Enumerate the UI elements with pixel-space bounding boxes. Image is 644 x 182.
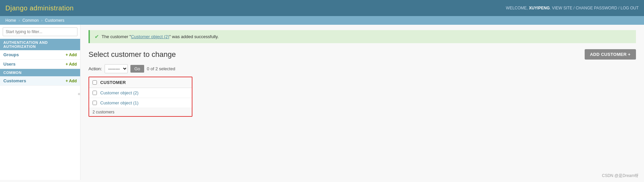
breadcrumb: Home › Common › Customers xyxy=(0,16,644,25)
users-add-link[interactable]: + Add xyxy=(66,62,77,67)
table-row: Customer object (1) xyxy=(89,98,192,108)
table-row: Customer object (2) xyxy=(89,88,192,98)
table-header: CUSTOMER xyxy=(89,77,192,88)
selected-count: 0 of 2 selected xyxy=(147,66,175,71)
sidebar-item-groups[interactable]: Groups + Add xyxy=(0,50,80,60)
sidebar: AUTHENTICATION AND AUTHORIZATION Groups … xyxy=(0,25,80,180)
groups-add-link[interactable]: + Add xyxy=(66,53,77,57)
breadcrumb-current: Customers xyxy=(45,18,64,23)
sep1: / xyxy=(572,6,576,10)
customer-table: CUSTOMER Customer object (2) Customer ob… xyxy=(89,77,192,117)
customer-object-1-link[interactable]: Customer object (1) xyxy=(100,100,138,105)
page-title-row: Select customer to change ADD CUSTOMER + xyxy=(89,49,636,60)
row-checkbox-2[interactable] xyxy=(93,91,97,95)
customers-add-link[interactable]: + Add xyxy=(66,79,77,83)
column-header: CUSTOMER xyxy=(100,80,126,85)
main-content: ✔ The customer "Customer object (2)" was… xyxy=(80,25,644,180)
breadcrumb-home[interactable]: Home xyxy=(5,18,16,23)
check-icon: ✔ xyxy=(95,33,99,40)
select-all-checkbox[interactable] xyxy=(93,80,97,85)
welcome-prefix: WELCOME, xyxy=(506,6,529,10)
go-button[interactable]: Go xyxy=(130,65,144,73)
add-customer-button[interactable]: ADD CUSTOMER + xyxy=(585,49,636,60)
action-label: Action: xyxy=(89,66,102,71)
sidebar-item-customers[interactable]: Customers + Add xyxy=(0,76,80,86)
filter-input[interactable] xyxy=(3,27,77,36)
sep2: / xyxy=(617,6,621,10)
auth-section-title: AUTHENTICATION AND AUTHORIZATION xyxy=(0,39,80,50)
success-object-link[interactable]: Customer object (2) xyxy=(131,34,169,39)
sidebar-item-users[interactable]: Users + Add xyxy=(0,60,80,69)
view-site-link[interactable]: VIEW SITE xyxy=(552,6,572,10)
customer-object-2-link[interactable]: Customer object (2) xyxy=(100,90,138,95)
common-section-title: COMMON xyxy=(0,69,80,76)
success-text: The customer "Customer object (2)" was a… xyxy=(102,34,219,39)
success-message: ✔ The customer "Customer object (2)" was… xyxy=(89,30,636,43)
brand-title: Django administration xyxy=(5,4,74,12)
action-select[interactable]: -------- xyxy=(105,64,128,73)
action-bar: Action: -------- Go 0 of 2 selected xyxy=(89,64,636,73)
customers-link[interactable]: Customers xyxy=(3,78,26,83)
username: XUYIPENG xyxy=(529,6,550,10)
users-link[interactable]: Users xyxy=(3,62,15,67)
log-out-link[interactable]: LOG OUT xyxy=(621,6,639,10)
page-title: Select customer to change xyxy=(89,50,176,59)
header: Django administration WELCOME, XUYIPENG.… xyxy=(0,0,644,16)
table-footer: 2 customers xyxy=(89,108,192,116)
groups-link[interactable]: Groups xyxy=(3,52,19,57)
change-password-link[interactable]: CHANGE PASSWORD xyxy=(576,6,617,10)
watermark: CSDN @是Dream呀 xyxy=(602,173,639,179)
user-info: WELCOME, XUYIPENG. VIEW SITE / CHANGE PA… xyxy=(506,6,639,10)
row-checkbox-1[interactable] xyxy=(93,101,97,105)
breadcrumb-common[interactable]: Common xyxy=(22,18,39,23)
collapse-sidebar-icon[interactable]: « xyxy=(78,91,80,96)
